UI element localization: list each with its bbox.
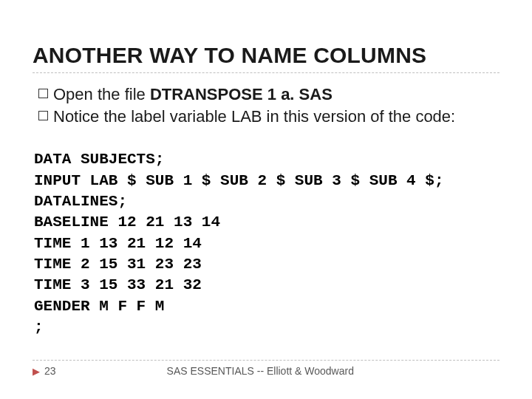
footer-divider	[33, 360, 499, 361]
footer-text: SAS ESSENTIALS -- Elliott & Woodward	[167, 365, 499, 377]
square-bullet-icon	[38, 89, 48, 98]
page-number: 23	[44, 365, 56, 377]
bullet-item: Open the file DTRANSPOSE 1 a. SAS	[38, 83, 499, 106]
footer: ▶ 23 SAS ESSENTIALS -- Elliott & Woodwar…	[33, 360, 499, 377]
bullet-item: Notice the label variable LAB in this ve…	[38, 106, 499, 128]
bullet-list: Open the file DTRANSPOSE 1 a. SAS Notice…	[38, 83, 499, 127]
bullet-strong: DTRANSPOSE 1 a. SAS	[150, 85, 332, 103]
footer-marker-icon: ▶	[33, 366, 40, 377]
slide-title: ANOTHER WAY TO NAME COLUMNS	[33, 43, 499, 68]
bullet-prefix: Notice the label variable LAB in this ve…	[53, 107, 455, 126]
bullet-text: Notice the label variable LAB in this ve…	[53, 106, 499, 128]
bullet-prefix: Open the file	[53, 85, 150, 103]
code-block: DATA SUBJECTS; INPUT LAB $ SUB 1 $ SUB 2…	[34, 149, 499, 338]
footer-row: ▶ 23 SAS ESSENTIALS -- Elliott & Woodwar…	[33, 365, 499, 377]
title-divider	[33, 72, 499, 73]
square-bullet-icon	[38, 111, 48, 120]
bullet-text: Open the file DTRANSPOSE 1 a. SAS	[53, 83, 499, 106]
